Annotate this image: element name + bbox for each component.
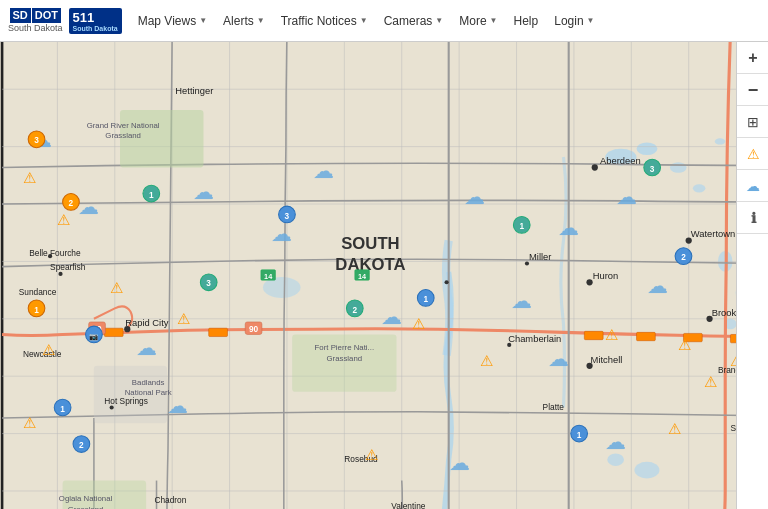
svg-text:Grassland: Grassland xyxy=(327,354,363,363)
svg-text:☁: ☁ xyxy=(193,180,214,203)
map-container[interactable]: Aberdeen Watertown Brookings Huron Mille… xyxy=(0,42,768,509)
chevron-down-icon: ▼ xyxy=(490,16,498,25)
svg-point-10 xyxy=(607,453,624,466)
nav-traffic-notices[interactable]: Traffic Notices ▼ xyxy=(275,10,374,32)
svg-text:Watertown: Watertown xyxy=(691,228,735,239)
svg-text:Grassland: Grassland xyxy=(68,505,104,509)
map-svg: Aberdeen Watertown Brookings Huron Mille… xyxy=(0,42,768,509)
zoom-in-button[interactable]: + xyxy=(737,42,768,74)
chevron-down-icon: ▼ xyxy=(435,16,443,25)
svg-text:⚠: ⚠ xyxy=(23,415,36,431)
svg-text:☁: ☁ xyxy=(167,394,188,417)
svg-text:DAKOTA: DAKOTA xyxy=(335,255,405,274)
nav-map-views[interactable]: Map Views ▼ xyxy=(132,10,213,32)
svg-text:☁: ☁ xyxy=(313,159,334,182)
svg-text:☁: ☁ xyxy=(511,289,532,312)
chevron-down-icon: ▼ xyxy=(587,16,595,25)
svg-text:⚠: ⚠ xyxy=(110,280,123,296)
svg-text:Spearfish: Spearfish xyxy=(50,262,86,272)
svg-text:Grassland: Grassland xyxy=(105,131,141,140)
svg-text:Oglala National: Oglala National xyxy=(59,494,113,503)
logo: SD DOT South Dakota 511 South Dakota xyxy=(8,8,122,34)
svg-text:⚠: ⚠ xyxy=(668,421,681,437)
svg-point-4 xyxy=(693,184,706,192)
svg-text:Aberdeen: Aberdeen xyxy=(600,155,641,166)
svg-text:☁: ☁ xyxy=(271,222,292,245)
svg-text:⚠: ⚠ xyxy=(412,316,425,332)
svg-text:14: 14 xyxy=(358,272,367,281)
chevron-down-icon: ▼ xyxy=(360,16,368,25)
nav-help[interactable]: Help xyxy=(508,10,545,32)
svg-text:1: 1 xyxy=(34,305,39,315)
svg-text:1: 1 xyxy=(577,430,582,440)
svg-rect-36 xyxy=(637,332,656,340)
svg-text:☁: ☁ xyxy=(449,451,470,474)
warning-icon: ⚠ xyxy=(747,146,760,162)
svg-point-3 xyxy=(670,162,687,172)
svg-text:⚠: ⚠ xyxy=(605,327,618,343)
logo-subtitle: South Dakota xyxy=(8,23,63,33)
svg-text:3: 3 xyxy=(34,136,39,146)
svg-text:Huron: Huron xyxy=(593,270,619,281)
chevron-down-icon: ▼ xyxy=(199,16,207,25)
svg-text:2: 2 xyxy=(681,252,686,262)
svg-text:2: 2 xyxy=(79,440,84,450)
nav-login[interactable]: Login ▼ xyxy=(548,10,600,32)
svg-rect-35 xyxy=(584,331,603,339)
zoom-in-icon: + xyxy=(748,49,757,67)
svg-text:3: 3 xyxy=(650,164,655,174)
svg-text:Belle Fourche: Belle Fourche xyxy=(29,248,81,258)
svg-text:Grand River National: Grand River National xyxy=(87,121,160,130)
svg-text:Platte: Platte xyxy=(543,402,565,412)
svg-text:Valentine: Valentine xyxy=(391,501,425,509)
svg-text:Badlands: Badlands xyxy=(132,378,165,387)
svg-text:⚠: ⚠ xyxy=(42,342,55,358)
svg-text:National Park: National Park xyxy=(125,388,172,397)
logo-sd-text: SD xyxy=(10,8,31,23)
weather-icon: ☁ xyxy=(746,178,760,194)
svg-text:Chadron: Chadron xyxy=(154,495,186,505)
logo-511: 511 South Dakota xyxy=(69,8,122,34)
svg-text:SOUTH: SOUTH xyxy=(341,234,399,253)
svg-text:1: 1 xyxy=(60,404,65,414)
svg-text:☁: ☁ xyxy=(136,336,157,359)
zoom-out-icon: − xyxy=(748,81,759,99)
svg-point-50 xyxy=(445,280,449,284)
svg-text:3: 3 xyxy=(206,278,211,288)
info-button[interactable]: ℹ xyxy=(737,202,768,234)
svg-point-43 xyxy=(592,164,598,170)
svg-text:☁: ☁ xyxy=(647,274,668,297)
zoom-out-button[interactable]: − xyxy=(737,74,768,106)
nav-more[interactable]: More ▼ xyxy=(453,10,503,32)
warning-button[interactable]: ⚠ xyxy=(737,138,768,170)
svg-text:⚠: ⚠ xyxy=(57,212,70,228)
svg-text:Rapid City: Rapid City xyxy=(125,317,169,328)
chevron-down-icon: ▼ xyxy=(257,16,265,25)
svg-text:⚠: ⚠ xyxy=(365,447,378,463)
svg-text:14: 14 xyxy=(264,272,273,281)
svg-text:3: 3 xyxy=(285,211,290,221)
svg-text:⚠: ⚠ xyxy=(177,311,190,327)
nav-cameras[interactable]: Cameras ▼ xyxy=(378,10,450,32)
svg-text:Chamberlain: Chamberlain xyxy=(508,333,561,344)
svg-text:☁: ☁ xyxy=(558,216,579,239)
svg-text:1: 1 xyxy=(519,221,524,231)
svg-point-9 xyxy=(634,462,659,479)
layers-icon: ⊞ xyxy=(747,114,759,130)
svg-text:Hot Springs: Hot Springs xyxy=(104,396,148,406)
svg-text:☁: ☁ xyxy=(616,185,637,208)
nav-alerts[interactable]: Alerts ▼ xyxy=(217,10,271,32)
weather-button[interactable]: ☁ xyxy=(737,170,768,202)
svg-text:1: 1 xyxy=(423,294,428,304)
svg-rect-34 xyxy=(209,328,228,336)
navbar: SD DOT South Dakota 511 South Dakota Map… xyxy=(0,0,768,42)
svg-point-2 xyxy=(637,142,658,155)
svg-text:90: 90 xyxy=(249,324,259,334)
svg-text:☁: ☁ xyxy=(464,185,485,208)
layers-button[interactable]: ⊞ xyxy=(737,106,768,138)
svg-text:☁: ☁ xyxy=(78,195,99,218)
svg-text:📷: 📷 xyxy=(89,332,99,341)
svg-text:Mitchell: Mitchell xyxy=(591,354,623,365)
svg-text:Hettinger: Hettinger xyxy=(175,85,213,96)
svg-text:☁: ☁ xyxy=(605,430,626,453)
